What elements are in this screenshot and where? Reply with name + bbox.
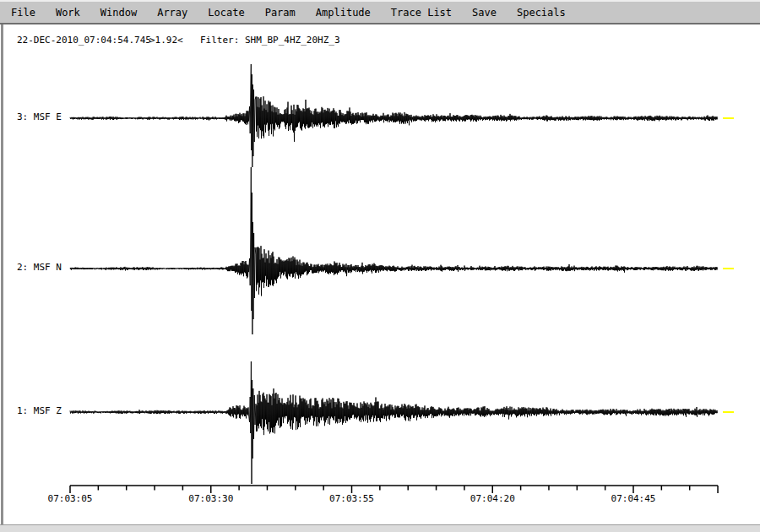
axis-tick-label: 07:03:55	[329, 493, 374, 504]
trace-end-marker	[723, 117, 734, 119]
waveform-trace-msf-n[interactable]	[70, 167, 718, 334]
axis-tick-label: 07:04:45	[611, 493, 656, 504]
waveform-trace-msf-e[interactable]	[70, 64, 718, 167]
trace-canvas[interactable]	[0, 0, 760, 532]
waveform-trace-msf-z[interactable]	[70, 361, 718, 484]
axis-tick-label: 07:03:30	[188, 493, 233, 504]
trace-end-marker	[723, 268, 734, 269]
axis-tick-label: 07:04:20	[470, 493, 515, 504]
window-bottom-edge	[0, 524, 760, 532]
trace-end-marker	[723, 411, 734, 413]
axis-tick-label: 07:03:05	[48, 493, 93, 504]
shm-main-window: FileWorkWindowArrayLocateParamAmplitudeT…	[0, 0, 760, 532]
